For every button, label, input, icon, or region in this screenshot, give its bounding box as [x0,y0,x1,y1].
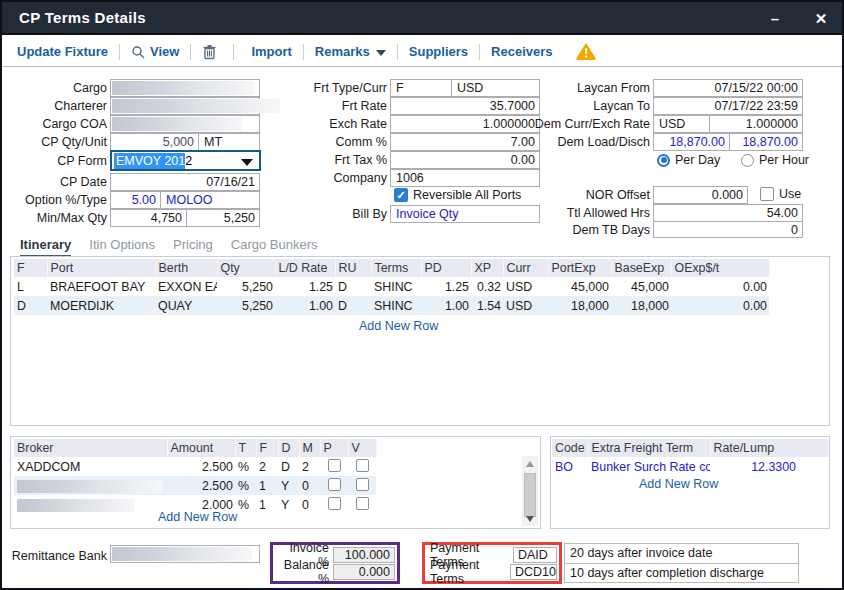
option-pct-value[interactable]: 5.00 [111,192,160,208]
per-day-option[interactable]: Per Day [657,153,720,167]
ttl-allowed-hrs-field[interactable]: 54.00 [653,204,803,222]
min-max-qty-label: Min/Max Qty [2,209,107,227]
itinerary-table: FPort BerthQty L/D RateRU TermsPD XPCurr… [14,259,770,315]
scroll-up-arrow-icon[interactable] [522,456,538,471]
tab-pricing[interactable]: Pricing [173,237,213,258]
payment-terms-highlight-box: Payment Terms DAID Payment Terms DCD10 [422,542,562,584]
remittance-bank-redacted-value [112,547,252,561]
per-day-label: Per Day [675,153,720,167]
payment-terms-code[interactable]: DCD10 [510,564,557,580]
laycan-to-label: Laycan To [502,97,650,115]
toolbar-separator [190,44,191,60]
frt-type-curr-label: Frt Type/Curr [242,79,387,97]
reversible-all-ports-checkbox[interactable]: ✓ [394,188,408,202]
title-bar: CP Terms Details [2,2,842,35]
broker-v-checkbox[interactable] [356,497,369,510]
min-qty-value[interactable]: 4,750 [111,210,186,226]
broker-row[interactable]: XADDCOM2.500 %2 D2 [14,457,376,476]
option-pct-type-field[interactable]: 5.00 MOLOO [110,191,260,209]
laycan-from-label: Laycan From [502,79,650,97]
frt-type-value[interactable]: F [391,80,451,96]
itinerary-row-discharge[interactable]: DMOERDIJK QUAY5,250 1.00D SHINC1.00 1.54… [14,296,769,315]
toolbar-separator [233,44,234,60]
balance-pct-value[interactable]: 0.000 [333,564,395,580]
payment-terms-description: 20 days after invoice date [565,544,798,563]
broker-v-checkbox[interactable] [356,478,369,491]
laycan-to-field[interactable]: 07/17/22 23:59 [653,97,803,115]
frt-tax-pct-field[interactable]: 0.00 [390,151,540,169]
cp-form-combobox[interactable]: EMVOY 2012 [110,150,261,171]
nor-use-label: Use [779,187,801,201]
nor-offset-field[interactable]: 0.000 [653,186,748,204]
toolbar: Update Fixture View Import Remarks Suppl… [2,37,842,67]
close-button[interactable]: ✕ [804,2,838,35]
dem-curr-value[interactable]: USD [654,116,709,132]
broker-panel: BrokerAmount TF DM PV XADDCOM2.500 %2 D2… [10,436,541,529]
balance-pct-row: Balance % 0.000 [275,563,395,580]
broker-p-checkbox[interactable] [328,497,341,510]
per-hour-option[interactable]: Per Hour [741,153,809,167]
nor-use-checkbox[interactable] [760,187,774,201]
dem-exch-rate-value[interactable]: 1.000000 [710,116,802,132]
magnifier-icon [131,45,145,59]
extra-freight-row[interactable]: BO Bunker Surch Rate com 12.3300 [552,457,828,476]
nor-use-row: Use [760,187,801,201]
broker-table: BrokerAmount TF DM PV XADDCOM2.500 %2 D2… [14,439,377,514]
broker-add-new-row-link[interactable]: Add New Row [158,510,237,524]
dem-disch-value[interactable]: 18,870.00 [730,134,802,150]
dem-curr-exch-label: Dem Curr/Exch Rate [502,115,650,133]
broker-row[interactable]: 2.500 %1 Y0 [14,476,376,495]
cp-qty-unit-label: CP Qty/Unit [2,133,107,151]
itinerary-row-load[interactable]: LBRAEFOOT BAY EXXON EA5,250 1.25D SHINC1… [14,277,769,296]
extra-freight-header-row: Code Extra Freight Term Rate/Lump [552,439,828,457]
min-max-qty-field[interactable]: 4,750 5,250 [110,209,260,227]
nor-offset-label: NOR Offset [502,186,650,204]
cargo-redacted-value [112,81,254,95]
view-button[interactable]: View [150,44,179,59]
suppliers-button[interactable]: Suppliers [409,44,468,59]
dem-tb-days-field[interactable]: 0 [653,221,803,238]
import-button[interactable]: Import [251,44,291,59]
dialog-title: CP Terms Details [2,9,146,26]
bill-by-label: Bill By [242,205,387,223]
cp-date-field[interactable]: 07/16/21 [110,173,260,191]
company-field[interactable]: 1006 [390,169,540,187]
cp-form-label: CP Form [2,152,107,170]
dem-load-disch-field[interactable]: 18,870.00 18,870.00 [653,133,803,151]
minimize-button[interactable]: – [758,2,792,35]
broker-v-checkbox[interactable] [356,459,369,472]
cp-qty-unit-field[interactable]: 5,000 MT [110,133,260,151]
option-pct-type-label: Option %/Type [2,191,107,209]
scroll-down-arrow-icon[interactable] [522,511,538,526]
tab-itin-options[interactable]: Itin Options [89,237,155,258]
trash-icon[interactable] [202,44,217,60]
invoice-pct-value[interactable]: 100.000 [333,547,395,563]
broker-p-checkbox[interactable] [328,478,341,491]
toolbar-separator [119,44,120,60]
cp-date-label: CP Date [2,173,107,191]
dem-load-value[interactable]: 18,870.00 [654,134,729,150]
payment-terms-descriptions: 20 days after invoice date 10 days after… [564,543,799,583]
tab-cargo-bunkers[interactable]: Cargo Bunkers [231,237,318,258]
payment-terms-code[interactable]: DAID [513,547,557,563]
invoice-balance-highlight-box: Invoice % 100.000 Balance % 0.000 [270,542,400,584]
laycan-from-field[interactable]: 07/15/22 00:00 [653,79,803,97]
laycan-from-value: 07/15/22 00:00 [654,80,802,96]
itinerary-add-new-row-link[interactable]: Add New Row [359,319,438,333]
tab-itinerary[interactable]: Itinerary [20,237,71,258]
per-day-radio[interactable] [657,154,670,167]
receivers-button[interactable]: Receivers [491,44,552,59]
broker-vertical-scrollbar[interactable] [522,456,538,526]
cp-qty-value[interactable]: 5,000 [111,134,198,150]
dem-load-disch-label: Dem Load/Disch [502,133,650,151]
broker-p-checkbox[interactable] [328,459,341,472]
warning-triangle-icon[interactable] [575,42,597,61]
toolbar-separator [397,44,398,60]
extra-freight-add-new-row-link[interactable]: Add New Row [639,477,718,491]
company-label: Company [242,169,387,187]
toolbar-separator [479,44,480,60]
dem-curr-exch-field[interactable]: USD 1.000000 [653,115,803,133]
update-fixture-button[interactable]: Update Fixture [17,44,108,59]
per-hour-radio[interactable] [741,154,754,167]
remarks-menu-button[interactable]: Remarks [315,44,386,59]
